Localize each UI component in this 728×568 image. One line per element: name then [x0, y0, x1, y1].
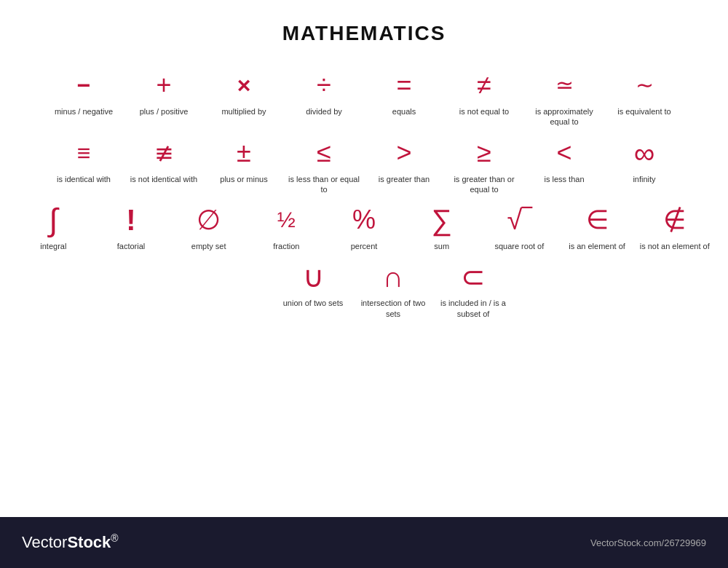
- symbol-item-percent: %percent: [325, 202, 403, 251]
- symbol-glyph-geq: ≥: [477, 135, 491, 171]
- symbol-glyph-leq: ≤: [317, 135, 331, 171]
- symbol-label-integral: integral: [40, 241, 66, 251]
- symbols-row-1: ≡is identical with≢is not identical with…: [15, 135, 713, 195]
- symbol-item-sqrt: √‾square root of: [480, 202, 558, 251]
- brand-stock: Stock: [67, 534, 111, 552]
- symbol-item-leq: ≤is less than or equal to: [284, 135, 364, 195]
- symbol-label-element: is an element of: [569, 241, 625, 251]
- symbol-glyph-sum: ∑: [431, 202, 452, 238]
- symbol-label-sum: sum: [434, 241, 449, 251]
- symbol-glyph-div: ÷: [317, 67, 331, 103]
- symbol-glyph-notelement: ∉: [663, 202, 686, 238]
- symbol-glyph-sqrt: √‾: [507, 202, 532, 238]
- symbol-item-equals: =equals: [364, 67, 444, 117]
- symbol-label-plusminus: plus or minus: [220, 174, 267, 184]
- symbol-item-equiv-rel: ∼is equivalent to: [604, 67, 684, 117]
- symbol-item-approx: ≃is approximately equal to: [524, 67, 604, 127]
- symbol-glyph-percent: %: [352, 202, 376, 238]
- reg-symbol: ®: [111, 532, 118, 544]
- symbols-row-3: ∪union of two sets∩intersection of two s…: [15, 259, 713, 319]
- symbol-label-equiv-rel: is equivalent to: [617, 106, 670, 117]
- symbol-label-fraction: fraction: [273, 241, 299, 251]
- symbol-glyph-plusminus: ±: [237, 135, 251, 171]
- symbol-glyph-intersection: ∩: [383, 259, 404, 295]
- symbol-item-times: ×multiplied by: [204, 67, 284, 117]
- symbol-item-sum: ∑sum: [403, 202, 480, 251]
- symbol-item-emptyset: ∅empty set: [170, 202, 248, 251]
- symbol-item-intersection: ∩intersection of two sets: [353, 259, 433, 319]
- symbol-label-identical: is identical with: [57, 174, 111, 184]
- symbol-glyph-element: ∈: [586, 202, 609, 238]
- symbol-glyph-emptyset: ∅: [197, 202, 221, 238]
- symbol-label-emptyset: empty set: [191, 241, 226, 251]
- symbol-item-union: ∪union of two sets: [273, 259, 353, 308]
- symbol-label-approx: is approximately equal to: [528, 106, 601, 127]
- symbol-label-notelement: is not an element of: [640, 241, 710, 251]
- symbol-item-subset: ⊂is included in / is a subset of: [433, 259, 513, 319]
- symbol-label-infinity: infinity: [633, 174, 655, 184]
- symbol-label-notequal: is not equal to: [459, 106, 510, 117]
- symbol-label-subset: is included in / is a subset of: [437, 298, 510, 319]
- symbol-glyph-less: <: [556, 135, 571, 171]
- symbol-glyph-equals: =: [396, 67, 411, 103]
- symbol-glyph-greater: >: [396, 135, 411, 171]
- symbol-glyph-identical: ≡: [77, 135, 91, 171]
- main-content: MATHEMATICS −minus / negative+plus / pos…: [0, 0, 728, 517]
- symbol-label-intersection: intersection of two sets: [357, 298, 430, 319]
- symbol-item-infinity: ∞infinity: [604, 135, 684, 184]
- symbol-item-plus: +plus / positive: [124, 67, 204, 117]
- symbol-label-percent: percent: [351, 241, 378, 251]
- symbols-row-2: ∫integral!factorial∅empty set½fraction%p…: [15, 202, 713, 251]
- symbol-label-greater: is greater than: [379, 174, 430, 184]
- symbols-row-0: −minus / negative+plus / positive×multip…: [15, 67, 713, 127]
- symbol-item-geq: ≥is greater than or equal to: [444, 135, 524, 195]
- symbol-item-greater: >is greater than: [364, 135, 444, 184]
- symbol-glyph-minus: −: [77, 67, 91, 103]
- brand-logo: VectorStock®: [22, 532, 119, 552]
- symbol-label-plus: plus / positive: [140, 106, 189, 117]
- symbol-label-equals: equals: [392, 106, 416, 117]
- symbol-glyph-plus: +: [156, 67, 171, 103]
- page-title: MATHEMATICS: [282, 22, 446, 45]
- symbol-label-leq: is less than or equal to: [288, 174, 360, 195]
- symbol-label-times: multiplied by: [221, 106, 266, 117]
- symbol-glyph-equiv-rel: ∼: [636, 67, 654, 103]
- symbol-item-minus: −minus / negative: [44, 67, 124, 117]
- symbol-item-less: <is less than: [524, 135, 604, 184]
- symbol-item-notelement: ∉is not an element of: [636, 202, 713, 251]
- symbol-item-identical: ≡is identical with: [44, 135, 124, 184]
- symbol-label-factorial: factorial: [117, 241, 146, 251]
- symbol-label-minus: minus / negative: [55, 106, 113, 117]
- symbol-item-integral: ∫integral: [15, 202, 92, 251]
- symbol-glyph-notequal: ≠: [477, 67, 491, 103]
- symbols-grid: −minus / negative+plus / positive×multip…: [15, 67, 713, 319]
- footer: VectorStock® VectorStock.com/26729969: [0, 517, 728, 568]
- footer-url: VectorStock.com/26729969: [590, 537, 706, 548]
- symbol-glyph-approx: ≃: [555, 67, 574, 103]
- symbol-glyph-factorial: !: [126, 202, 135, 238]
- symbol-glyph-notidentical: ≢: [154, 135, 174, 171]
- symbol-glyph-integral: ∫: [49, 202, 58, 238]
- brand-vector: Vector: [22, 534, 67, 552]
- symbol-item-div: ÷divided by: [284, 67, 364, 117]
- symbol-item-fraction: ½fraction: [248, 202, 325, 251]
- symbol-label-div: divided by: [306, 106, 342, 117]
- symbol-glyph-union: ∪: [303, 259, 324, 295]
- symbol-glyph-times: ×: [237, 67, 251, 103]
- symbol-item-element: ∈is an element of: [558, 202, 636, 251]
- symbol-glyph-infinity: ∞: [634, 135, 655, 171]
- symbol-label-union: union of two sets: [283, 298, 344, 308]
- symbol-item-factorial: !factorial: [92, 202, 170, 251]
- symbol-label-notidentical: is not identical with: [130, 174, 197, 184]
- symbol-glyph-fraction: ½: [277, 202, 296, 238]
- symbol-item-plusminus: ±plus or minus: [204, 135, 284, 184]
- symbol-label-sqrt: square root of: [494, 241, 544, 251]
- symbol-label-geq: is greater than or equal to: [448, 174, 521, 195]
- symbol-label-less: is less than: [544, 174, 584, 184]
- symbol-item-notidentical: ≢is not identical with: [124, 135, 204, 184]
- symbol-glyph-subset: ⊂: [461, 259, 486, 295]
- symbol-item-notequal: ≠is not equal to: [444, 67, 524, 117]
